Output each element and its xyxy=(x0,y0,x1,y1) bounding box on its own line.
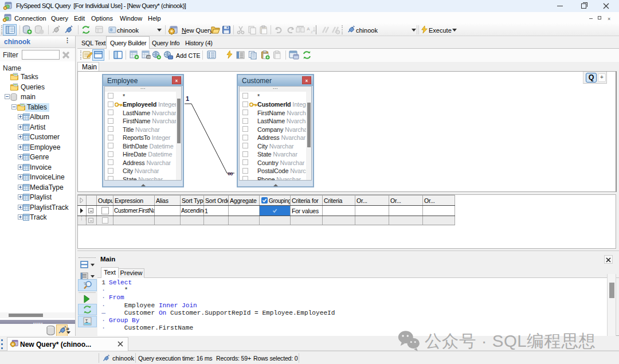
svg-text:cte: cte xyxy=(147,55,151,58)
svg-text:1: 1 xyxy=(186,95,189,102)
svg-text:Σ: Σ xyxy=(85,319,88,324)
svg-text:z: z xyxy=(311,29,313,34)
svg-text:A: A xyxy=(307,26,310,32)
svg-text:∞: ∞ xyxy=(228,169,233,178)
